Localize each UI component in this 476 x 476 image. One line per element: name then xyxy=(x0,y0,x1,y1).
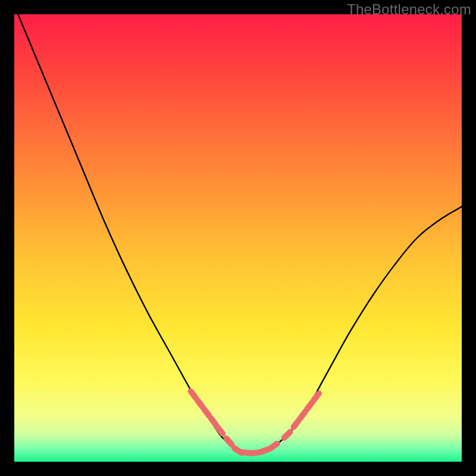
curve-marker xyxy=(314,393,318,400)
curve-marker xyxy=(211,418,215,425)
curve-marker xyxy=(261,449,269,452)
gradient-background xyxy=(14,14,462,462)
curve-marker xyxy=(307,402,312,409)
curve-marker xyxy=(191,392,196,398)
curve-marker xyxy=(300,411,305,418)
chart-frame xyxy=(14,14,462,462)
curve-marker xyxy=(204,409,209,416)
curve-marker xyxy=(218,427,223,434)
curve-marker xyxy=(226,439,231,444)
curve-marker xyxy=(270,444,277,449)
bottleneck-chart xyxy=(14,14,462,462)
curve-marker xyxy=(198,400,202,407)
curve-marker xyxy=(284,432,290,438)
watermark-text: TheBottleneck.com xyxy=(347,1,471,18)
curve-marker xyxy=(293,421,299,427)
